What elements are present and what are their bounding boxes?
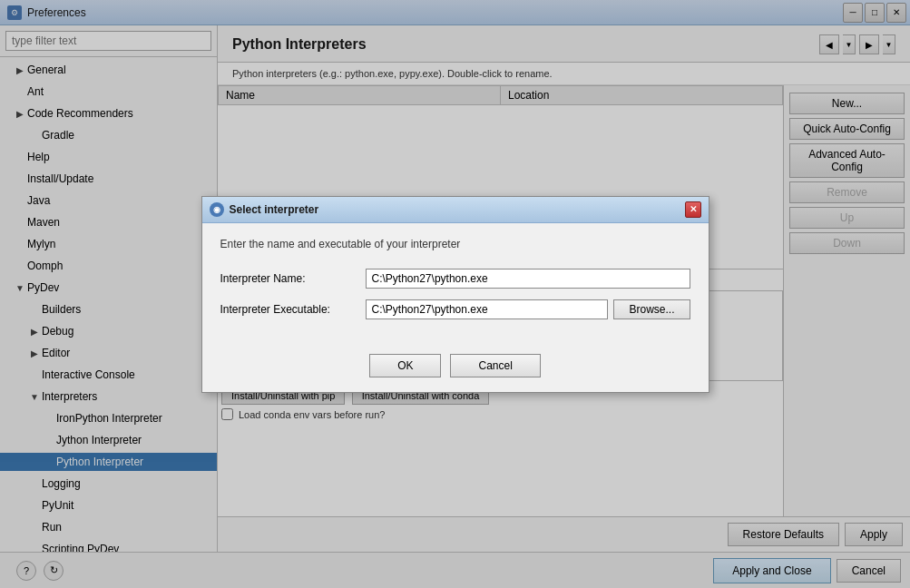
modal-icon: ◉ bbox=[210, 202, 224, 217]
modal-footer: OK Cancel bbox=[202, 345, 709, 392]
browse-button[interactable]: Browse... bbox=[613, 299, 690, 319]
modal-close-button[interactable]: ✕ bbox=[685, 201, 701, 218]
modal-titlebar: ◉ Select interpreter ✕ bbox=[202, 197, 709, 223]
select-interpreter-dialog: ◉ Select interpreter ✕ Enter the name an… bbox=[201, 196, 709, 393]
interpreter-name-label: Interpreter Name: bbox=[220, 272, 366, 285]
interpreter-name-field: Interpreter Name: bbox=[220, 269, 690, 289]
interpreter-executable-label: Interpreter Executable: bbox=[220, 303, 366, 316]
interpreter-name-input[interactable] bbox=[366, 269, 690, 289]
modal-body: Enter the name and executable of your in… bbox=[202, 223, 709, 345]
cancel-modal-button[interactable]: Cancel bbox=[450, 354, 540, 377]
modal-title-text: Select interpreter bbox=[230, 203, 319, 216]
modal-title-left: ◉ Select interpreter bbox=[210, 202, 319, 217]
interpreter-executable-input[interactable] bbox=[366, 299, 609, 319]
modal-overlay: ◉ Select interpreter ✕ Enter the name an… bbox=[0, 0, 910, 588]
interpreter-executable-field: Interpreter Executable: Browse... bbox=[220, 299, 690, 319]
modal-description: Enter the name and executable of your in… bbox=[220, 238, 690, 250]
ok-button[interactable]: OK bbox=[369, 354, 441, 377]
